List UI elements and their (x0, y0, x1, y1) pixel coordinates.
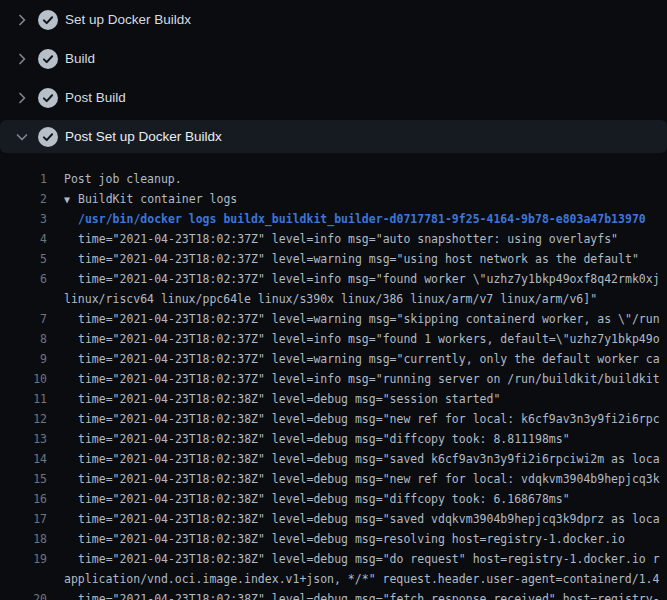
step-row-post-build[interactable]: Post Build (0, 78, 667, 117)
actions-log-viewer: Set up Docker Buildx Build Post Build Po… (0, 0, 667, 600)
log-line-number[interactable]: 1 (0, 169, 47, 189)
log-line: 16 time="2021-04-23T18:02:38Z" level=deb… (0, 489, 667, 509)
log-line-number[interactable]: 13 (0, 429, 47, 449)
log-text: time="2021-04-23T18:02:38Z" level=debug … (78, 552, 660, 566)
log-line-number[interactable]: 16 (0, 489, 47, 509)
check-circle-icon (38, 88, 58, 108)
log-line-content: time="2021-04-23T18:02:37Z" level=info m… (78, 269, 660, 289)
log-text: Post job cleanup. (64, 172, 182, 186)
log-text: time="2021-04-23T18:02:38Z" level=debug … (78, 412, 660, 426)
steps-list: Set up Docker Buildx Build Post Build Po… (0, 0, 667, 153)
log-line-number[interactable]: 15 (0, 469, 47, 489)
log-line-number[interactable]: 6 (0, 269, 47, 289)
log-line-number[interactable]: 20 (0, 589, 47, 600)
log-text: BuildKit container logs (78, 192, 237, 206)
log-line-wrap: linux/riscv64 linux/ppc64le linux/s390x … (0, 289, 667, 309)
log-line-number[interactable]: 11 (0, 389, 47, 409)
log-line-content: time="2021-04-23T18:02:38Z" level=debug … (78, 489, 570, 509)
chevron-right-icon (14, 90, 30, 106)
step-expand-chevron[interactable] (14, 12, 30, 28)
step-row-set-up-docker-buildx[interactable]: Set up Docker Buildx (0, 0, 667, 39)
step-label: Post Set up Docker Buildx (65, 129, 222, 144)
log-line-content: time="2021-04-23T18:02:37Z" level=warnin… (78, 249, 639, 269)
log-line: 12 time="2021-04-23T18:02:38Z" level=deb… (0, 409, 667, 429)
log-line-number[interactable]: 8 (0, 329, 47, 349)
log-line: 4 time="2021-04-23T18:02:37Z" level=info… (0, 229, 667, 249)
log-line-content: time="2021-04-23T18:02:38Z" level=debug … (78, 429, 570, 449)
step-row-build[interactable]: Build (0, 39, 667, 78)
check-circle-icon (38, 127, 58, 147)
log-line-content: time="2021-04-23T18:02:38Z" level=debug … (78, 509, 660, 529)
log-text: time="2021-04-23T18:02:38Z" level=debug … (78, 452, 660, 466)
log-line-number[interactable]: 18 (0, 529, 47, 549)
log-text: linux/riscv64 linux/ppc64le linux/s390x … (64, 292, 597, 306)
log-text: application/vnd.oci.image.index.v1+json,… (64, 572, 659, 586)
log-text: time="2021-04-23T18:02:37Z" level=warnin… (78, 252, 639, 266)
log-line-content: time="2021-04-23T18:02:38Z" level=debug … (78, 389, 500, 409)
log-group-toggle-icon[interactable]: ▼ (64, 190, 78, 209)
log-text: time="2021-04-23T18:02:37Z" level=info m… (78, 372, 660, 386)
log-command-text: /usr/bin/docker logs buildx_buildkit_bui… (78, 212, 646, 226)
log-line: 10 time="2021-04-23T18:02:37Z" level=inf… (0, 369, 667, 389)
chevron-down-icon (14, 129, 30, 145)
log-text: time="2021-04-23T18:02:37Z" level=info m… (78, 332, 660, 346)
log-line-content: time="2021-04-23T18:02:37Z" level=info m… (78, 229, 618, 249)
log-text: time="2021-04-23T18:02:38Z" level=debug … (78, 592, 660, 600)
log-line-number[interactable]: 5 (0, 249, 47, 269)
log-line: 3 /usr/bin/docker logs buildx_buildkit_b… (0, 209, 667, 229)
log-line: 9 time="2021-04-23T18:02:37Z" level=warn… (0, 349, 667, 369)
log-line-number[interactable]: 14 (0, 449, 47, 469)
log-text: time="2021-04-23T18:02:37Z" level=warnin… (78, 312, 660, 326)
log-line-content: time="2021-04-23T18:02:38Z" level=debug … (78, 469, 660, 489)
log-line-content: linux/riscv64 linux/ppc64le linux/s390x … (64, 289, 597, 309)
step-label: Set up Docker Buildx (65, 12, 191, 27)
log-line-wrap: application/vnd.oci.image.index.v1+json,… (0, 569, 667, 589)
log-line-number[interactable]: 9 (0, 349, 47, 369)
log-line-number[interactable] (0, 289, 47, 309)
step-expand-chevron[interactable] (14, 90, 30, 106)
log-line-number[interactable]: 7 (0, 309, 47, 329)
step-row-post-set-up-docker-buildx[interactable]: Post Set up Docker Buildx (0, 120, 667, 153)
check-circle-icon (38, 10, 58, 30)
step-label: Build (65, 51, 95, 66)
log-line: 19 time="2021-04-23T18:02:38Z" level=deb… (0, 549, 667, 569)
log-text: time="2021-04-23T18:02:38Z" level=debug … (78, 432, 570, 446)
log-line-content: time="2021-04-23T18:02:37Z" level=info m… (78, 369, 660, 389)
log-line-content: ▼BuildKit container logs (64, 189, 237, 209)
log-text: time="2021-04-23T18:02:38Z" level=debug … (78, 492, 570, 506)
log-line: 5 time="2021-04-23T18:02:37Z" level=warn… (0, 249, 667, 269)
log-line: 6 time="2021-04-23T18:02:37Z" level=info… (0, 269, 667, 289)
log-line-content: /usr/bin/docker logs buildx_buildkit_bui… (78, 209, 646, 229)
log-text: time="2021-04-23T18:02:38Z" level=debug … (78, 472, 660, 486)
log-line: 17 time="2021-04-23T18:02:38Z" level=deb… (0, 509, 667, 529)
log-line: 18 time="2021-04-23T18:02:38Z" level=deb… (0, 529, 667, 549)
log-line-number[interactable]: 4 (0, 229, 47, 249)
log-line-content: time="2021-04-23T18:02:38Z" level=debug … (78, 449, 660, 469)
log-text: time="2021-04-23T18:02:38Z" level=debug … (78, 532, 625, 546)
log-line: 13 time="2021-04-23T18:02:38Z" level=deb… (0, 429, 667, 449)
log-line-content: Post job cleanup. (64, 169, 182, 189)
log-line-number[interactable]: 17 (0, 509, 47, 529)
log-line-number[interactable]: 19 (0, 549, 47, 569)
log-line-number[interactable]: 3 (0, 209, 47, 229)
log-line-number[interactable]: 2 (0, 189, 47, 209)
log-line-number[interactable] (0, 569, 47, 589)
log-text: time="2021-04-23T18:02:37Z" level=info m… (78, 272, 660, 286)
step-label: Post Build (65, 90, 126, 105)
log-line-content: time="2021-04-23T18:02:37Z" level=info m… (78, 329, 660, 349)
step-expand-chevron[interactable] (14, 129, 30, 145)
log-area: 1 Post job cleanup. 2 ▼BuildKit containe… (0, 169, 667, 600)
check-circle-icon (38, 49, 58, 69)
log-line: 1 Post job cleanup. (0, 169, 667, 189)
log-text: time="2021-04-23T18:02:38Z" level=debug … (78, 392, 500, 406)
step-expand-chevron[interactable] (14, 51, 30, 67)
log-text: time="2021-04-23T18:02:37Z" level=warnin… (78, 352, 660, 366)
log-line-content: time="2021-04-23T18:02:38Z" level=debug … (78, 529, 625, 549)
log-line-number[interactable]: 10 (0, 369, 47, 389)
log-line: 8 time="2021-04-23T18:02:37Z" level=info… (0, 329, 667, 349)
log-text: time="2021-04-23T18:02:37Z" level=info m… (78, 232, 618, 246)
log-line-number[interactable]: 12 (0, 409, 47, 429)
log-line-content: time="2021-04-23T18:02:38Z" level=debug … (78, 589, 660, 600)
log-line-content: application/vnd.oci.image.index.v1+json,… (64, 569, 659, 589)
log-line-content: time="2021-04-23T18:02:37Z" level=warnin… (78, 349, 660, 369)
